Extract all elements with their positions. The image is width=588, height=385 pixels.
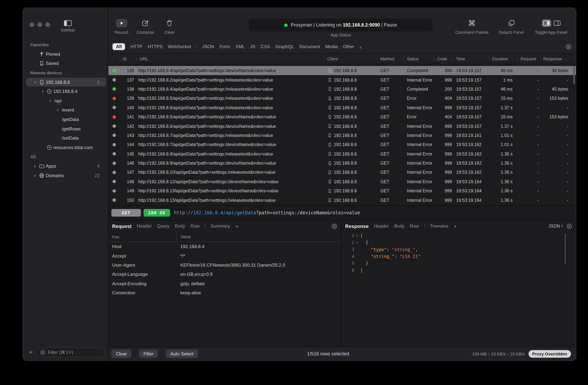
toggle-app-panel-button[interactable]: Toggle App Panel (533, 18, 569, 35)
fold-chevron-icon[interactable]: ∨ (354, 234, 360, 237)
traffic-row-135[interactable]: 135http://192.168.8.4/api/getData?path=s… (108, 66, 576, 75)
table-scrollbar-thumb[interactable] (573, 66, 575, 84)
code-line-5[interactable]: 5 } (341, 260, 576, 267)
column-header-response[interactable]: Response (540, 56, 576, 61)
traffic-row-145[interactable]: 145http://192.168.8.9/api/getData?path=s… (108, 149, 576, 159)
code-line-4[interactable]: 4 "string_": "LSX II" (341, 253, 576, 260)
code-line-1[interactable]: 1∨[ (341, 232, 576, 239)
request-tab-summary[interactable]: Summary (210, 224, 230, 229)
sidebar-item-apps[interactable]: ▸Apps4 (23, 161, 108, 171)
traffic-row-137[interactable]: 137http://192.168.8.2/api/getData?path=s… (108, 75, 576, 85)
column-header-id[interactable]: ID (120, 56, 137, 61)
response-tab-body[interactable]: Body (394, 224, 405, 229)
response-scrollbar-thumb[interactable] (565, 233, 566, 264)
chevron-right-icon[interactable]: ▸ (32, 164, 38, 168)
filter-tab-http[interactable]: HTTP (130, 44, 143, 49)
chevron-down-icon[interactable]: ▾ (47, 99, 53, 103)
filter-tab-form[interactable]: Form (219, 44, 230, 49)
request-tab-query[interactable]: Query (157, 224, 169, 229)
traffic-row-139[interactable]: 139http://192.168.8.5/api/getData?path=s… (108, 94, 576, 103)
record-button[interactable]: Record (112, 18, 131, 35)
chevron-right-icon[interactable]: ▸ (32, 174, 38, 177)
traffic-row-147[interactable]: 147http://192.168.8.10/api/getData?path=… (108, 168, 576, 177)
zoom-window-button[interactable] (45, 23, 50, 27)
filter-settings-icon[interactable] (566, 44, 571, 49)
header-row-connection[interactable]: Connectionkeep-alive (108, 288, 341, 297)
traffic-row-144[interactable]: 144http://192.168.8.7/api/getData?path=s… (108, 140, 576, 149)
traffic-row-146[interactable]: 146http://192.168.8.9/api/getData?path=s… (108, 159, 576, 168)
filter-rows-button[interactable]: Filter (139, 349, 158, 358)
clear-button[interactable]: Clear (160, 18, 179, 35)
traffic-row-138[interactable]: 138http://192.168.8.4/api/getData?path=s… (108, 85, 576, 94)
traffic-row-141[interactable]: 141http://192.168.8.5/api/getData?path=s… (108, 112, 576, 122)
request-tab-request[interactable]: Request (112, 223, 132, 229)
sidebar-item-192-168-8-4[interactable]: ▾192.168.8.4 (23, 87, 108, 96)
response-tab-treeview[interactable]: Treeview (430, 224, 448, 229)
sidebar-item-192-168-8-8[interactable]: ▾192.168.8.82 (23, 78, 108, 87)
request-tab-body[interactable]: Body (175, 224, 185, 229)
code-line-6[interactable]: 6] (341, 267, 576, 274)
response-tab-raw[interactable]: Raw (410, 224, 419, 229)
request-add-tab-button[interactable]: + (235, 223, 239, 229)
sidebar-add-button[interactable]: + (29, 349, 33, 355)
filter-tab-document[interactable]: Document (299, 44, 320, 49)
sidebar-item-domains[interactable]: ▸Domains22 (23, 171, 108, 180)
filter-tab-media[interactable]: Media (325, 44, 337, 49)
column-header-client[interactable]: Client (324, 56, 377, 61)
filter-tab-xml[interactable]: XML (235, 44, 245, 49)
response-add-tab-button[interactable]: + (454, 223, 457, 229)
chevron-down-icon[interactable]: ▾ (40, 90, 46, 93)
filter-tab-other[interactable]: Other (343, 44, 355, 49)
sidebar-filter-field[interactable]: Filter (⌘⇧F) (36, 348, 105, 357)
detach-panel-button[interactable]: Detach Panel (492, 18, 530, 35)
traffic-row-140[interactable]: 140http://192.168.8.6/api/getData?path=s… (108, 103, 576, 112)
column-header-duration[interactable]: Duration (489, 56, 518, 61)
sidebar-item-setdata[interactable]: /setData (23, 134, 108, 143)
request-tab-raw[interactable]: Raw (190, 224, 199, 229)
sidebar-toggle-button[interactable]: Sidebar (55, 20, 81, 32)
sidebar-item-getdata[interactable]: /getData (23, 115, 108, 124)
fold-chevron-icon[interactable]: ∨ (354, 241, 360, 244)
column-header-time[interactable]: Time (453, 56, 489, 61)
filter-tab-json[interactable]: JSON (202, 44, 214, 49)
app-status-field[interactable]: Proxyman | Listening on 192.168.8.2:9090… (249, 19, 433, 31)
compose-button[interactable]: Compose (136, 18, 155, 35)
auto-select-button[interactable]: Auto Select (166, 349, 198, 358)
response-menu-icon[interactable] (567, 223, 572, 229)
header-row-accept[interactable]: Accept*/* (108, 251, 341, 261)
filter-tab-https[interactable]: HTTPS (147, 44, 163, 49)
sidebar-item-api[interactable]: ▾/api (23, 96, 108, 105)
header-row-host[interactable]: Host192.168.8.4 (108, 242, 341, 251)
code-line-2[interactable]: 2∨ { (341, 239, 576, 246)
close-window-button[interactable] (30, 23, 34, 27)
sidebar-item-saved[interactable]: Saved (23, 59, 108, 68)
column-header-request[interactable]: Request (518, 56, 540, 61)
clear-rows-button[interactable]: Clear (111, 349, 131, 358)
request-menu-icon[interactable] (332, 223, 337, 229)
response-tab-header[interactable]: Header (374, 224, 389, 229)
sidebar-item-pinned[interactable]: Pinned (23, 49, 108, 59)
header-row-accept-language[interactable]: Accept-Languageen-GB,en;q=0.9 (108, 270, 341, 279)
filter-tab-css[interactable]: CSS (261, 44, 270, 49)
header-row-accept-encoding[interactable]: Accept-Encodinggzip, deflate (108, 279, 341, 288)
chevron-down-icon[interactable]: ▾ (32, 80, 38, 84)
header-row-user-agent[interactable]: User-AgentKEFfeine/16 CFNetwork/3860.300… (108, 261, 341, 270)
filter-tabs-overflow-chevron[interactable]: › (360, 44, 362, 49)
detail-url[interactable]: http://192.168.8.4/api/getData?path=sett… (174, 210, 360, 215)
proxy-overridden-badge[interactable]: Proxy Overridden (528, 350, 571, 358)
sidebar-item-resources-tidal-com[interactable]: resources.tidal.com (23, 143, 108, 152)
column-header-method[interactable]: Method (377, 56, 404, 61)
filter-tab-graphql[interactable]: GraphQL (275, 44, 294, 49)
column-header-code[interactable]: Code (434, 56, 453, 61)
response-tab-response[interactable]: Response (345, 223, 369, 229)
sidebar-item-event[interactable]: ▸/event (23, 105, 108, 115)
traffic-row-149[interactable]: 149http://192.168.8.13/api/getData?path=… (108, 186, 576, 196)
chevron-right-icon[interactable]: ▸ (55, 108, 61, 112)
response-format-selector[interactable]: JSON▴▾ (548, 224, 563, 228)
filter-tab-js[interactable]: JS (250, 44, 255, 49)
traffic-row-150[interactable]: 150http://192.168.8.13/api/getData?path=… (108, 196, 576, 205)
minimize-window-button[interactable] (38, 23, 42, 27)
traffic-row-148[interactable]: 148http://192.168.8.12/api/getData?path=… (108, 177, 576, 186)
traffic-row-142[interactable]: 142http://192.168.8.6/api/getData?path=s… (108, 122, 576, 131)
column-header-status[interactable]: Status (404, 56, 434, 61)
